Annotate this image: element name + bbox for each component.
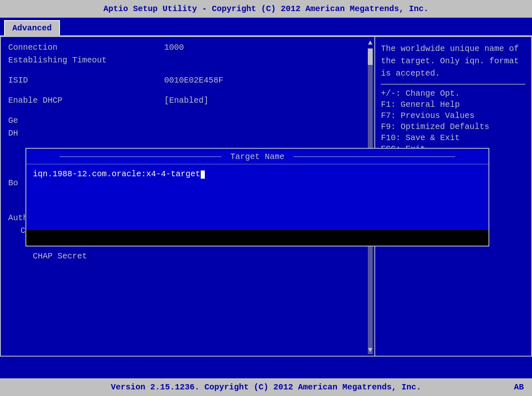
- modal-input-text: iqn.1988-12.com.oracle:x4-4-target: [33, 169, 200, 179]
- key-hint-save-exit: F10: Save & Exit: [381, 133, 525, 143]
- key-hint-change-opt: +/-: Change Opt.: [381, 89, 525, 98]
- setting-partial-dh: DH: [8, 129, 367, 138]
- setting-establishing-timeout: Establishing Timeout: [8, 55, 367, 65]
- modal-input-area[interactable]: iqn.1988-12.com.oracle:x4-4-target: [26, 164, 488, 230]
- scroll-thumb: [368, 48, 373, 65]
- modal-cursor: [201, 170, 205, 179]
- modal-title: Target Name: [230, 152, 284, 161]
- footer-ab-label: AB: [514, 382, 524, 392]
- footer-text: Version 2.15.1236. Copyright (C) 2012 Am…: [111, 382, 421, 392]
- key-hint-general-help: F1: General Help: [381, 100, 525, 109]
- key-hint-previous-values: F7: Previous Values: [381, 111, 525, 120]
- target-name-modal: Target Name iqn.1988-12.com.oracle:x4-4-…: [25, 148, 489, 246]
- help-text: The worldwide unique name of the target.…: [381, 43, 525, 80]
- setting-partial-ge: Ge: [8, 116, 367, 125]
- header-bar: Aptio Setup Utility - Copyright (C) 2012…: [0, 0, 532, 18]
- tab-bar: Advanced: [0, 18, 532, 36]
- setting-enable-dhcp: Enable DHCP [Enabled]: [8, 96, 367, 105]
- modal-title-bar: Target Name: [26, 149, 488, 164]
- setting-chap-secret[interactable]: CHAP Secret: [8, 251, 367, 261]
- key-hint-optimized-defaults: F9: Optimized Defaults: [381, 122, 525, 131]
- tab-advanced[interactable]: Advanced: [4, 20, 60, 35]
- key-hints-section: +/-: Change Opt. F1: General Help F7: Pr…: [381, 89, 525, 154]
- setting-connection: Connection 1000: [8, 43, 367, 52]
- header-title: Aptio Setup Utility - Copyright (C) 2012…: [103, 4, 429, 14]
- main-content: Connection 1000 Establishing Timeout ISI…: [0, 36, 532, 357]
- scroll-up-arrow[interactable]: ▲: [368, 39, 373, 47]
- left-panel: Connection 1000 Establishing Timeout ISI…: [1, 37, 375, 356]
- footer-bar: Version 2.15.1236. Copyright (C) 2012 Am…: [0, 378, 532, 396]
- setting-isid: ISID 0010E02E458F: [8, 76, 367, 85]
- scroll-down-arrow[interactable]: ▼: [368, 346, 373, 354]
- modal-black-bar: [26, 230, 488, 246]
- help-separator: [381, 84, 525, 85]
